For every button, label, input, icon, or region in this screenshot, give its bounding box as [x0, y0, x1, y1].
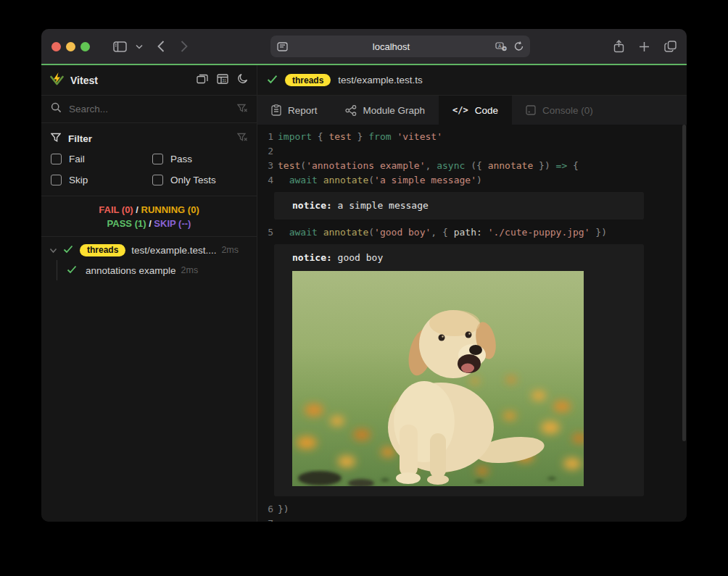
browser-toolbar: localhost A ✦	[41, 29, 687, 64]
chevron-down-icon[interactable]	[49, 243, 57, 256]
tab-code[interactable]: </> Code	[439, 96, 512, 125]
code-token: 'good boy'	[374, 227, 431, 238]
code-token: 'vitest'	[397, 131, 442, 142]
code-token: })	[590, 227, 607, 238]
translate-icon[interactable]: A ✦	[495, 42, 508, 51]
dark-mode-toggle-moon-icon[interactable]	[237, 73, 248, 87]
code-scrollbar[interactable]	[682, 125, 686, 441]
browser-window: localhost A ✦	[41, 29, 687, 522]
tab-label: Module Graph	[363, 105, 426, 116]
tab-overview-icon[interactable]	[664, 41, 677, 52]
code-token: './cute-puppy.jpg'	[488, 227, 590, 238]
indent-guide	[57, 260, 57, 280]
test-file-duration: 2ms	[221, 245, 239, 255]
line-number: 4	[257, 173, 273, 188]
code-token	[318, 175, 323, 185]
pass-count: PASS (1)	[107, 218, 146, 229]
address-bar[interactable]: localhost A ✦	[270, 36, 530, 57]
share-icon[interactable]	[613, 40, 624, 53]
svg-text:✦: ✦	[502, 46, 506, 51]
code-token: })	[278, 504, 289, 514]
minimize-window-button[interactable]	[66, 42, 75, 51]
checkbox[interactable]	[51, 175, 62, 185]
notice-message: a simple message	[332, 200, 429, 211]
code-line: 6})	[257, 502, 687, 517]
code-token: import	[278, 131, 312, 142]
new-tab-icon[interactable]	[639, 41, 650, 52]
checkbox[interactable]	[152, 175, 163, 185]
forward-button[interactable]	[181, 41, 188, 52]
filter-checkbox-fail[interactable]: Fail	[51, 154, 152, 164]
search-box[interactable]: Search...	[41, 96, 257, 123]
skip-count: SKIP (--)	[154, 218, 191, 229]
sidebar-toggle-icon[interactable]	[113, 41, 127, 52]
code-token: ({	[465, 160, 487, 171]
test-file-name: test/example.test....	[131, 245, 216, 256]
code-token: 'annotations example'	[306, 160, 425, 171]
filter-checkbox-only-tests[interactable]: Only Tests	[152, 175, 247, 185]
filter-section: Filter Fail Pass	[41, 123, 257, 196]
notice-label: notice:	[292, 252, 332, 263]
search-input[interactable]: Search...	[69, 104, 237, 114]
code-token: async	[437, 160, 465, 171]
checkbox[interactable]	[152, 154, 163, 164]
test-file-row[interactable]: threads test/example.test.... 2ms	[41, 240, 257, 260]
code-token: test	[328, 131, 351, 142]
test-case-name: annotations example	[86, 265, 176, 276]
test-case-row[interactable]: annotations example 2ms	[41, 260, 257, 280]
tab-console[interactable]: Console (0)	[512, 96, 607, 125]
reload-icon[interactable]	[514, 41, 524, 51]
url-text[interactable]: localhost	[288, 41, 495, 52]
back-button[interactable]	[157, 41, 165, 52]
code-token: test	[278, 160, 300, 171]
filter-title: Filter	[68, 133, 237, 144]
tab-module-graph[interactable]: Module Graph	[331, 96, 439, 125]
code-token: {	[567, 160, 579, 171]
code-token	[482, 227, 488, 238]
clear-search-filter-icon[interactable]	[237, 103, 247, 116]
code-token: await	[289, 175, 318, 185]
chevron-down-icon[interactable]	[136, 44, 143, 49]
test-tree: threads test/example.test.... 2ms annota…	[41, 237, 257, 280]
code-token: annotate	[323, 227, 369, 238]
clear-filters-icon[interactable]	[237, 132, 247, 145]
window-controls	[51, 42, 90, 51]
tab-report[interactable]: Report	[257, 96, 331, 125]
checkbox[interactable]	[51, 154, 62, 164]
code-token: annotate	[323, 175, 369, 185]
zoom-window-button[interactable]	[80, 42, 90, 51]
code-text: })	[278, 502, 289, 517]
search-icon	[51, 102, 62, 116]
dashboard-icon[interactable]: 31	[217, 74, 228, 87]
fail-count: FAIL (0)	[99, 204, 133, 215]
funnel-icon	[51, 132, 61, 145]
close-window-button[interactable]	[51, 42, 61, 51]
line-number: 3	[257, 159, 273, 173]
reader-icon[interactable]	[277, 42, 288, 51]
line-number: 2	[257, 144, 273, 159]
tab-label: Console (0)	[542, 105, 593, 116]
annotation-notice-1: notice: a simple message	[274, 192, 644, 220]
panels-icon[interactable]	[197, 74, 208, 87]
code-text: test('annotations example', async ({ ann…	[278, 159, 579, 173]
code-token: , {	[431, 227, 453, 238]
filter-checkbox-pass[interactable]: Pass	[152, 154, 247, 164]
code-line: 2	[257, 144, 687, 159]
running-count: RUNNING (0)	[141, 204, 199, 215]
code-token: 'a simple message'	[374, 175, 476, 185]
test-status-summary: FAIL (0) / RUNNING (0) PASS (1) / SKIP (…	[41, 196, 257, 237]
code-text: await annotate('a simple message')	[278, 173, 482, 188]
code-token: {	[312, 131, 328, 142]
code-viewer[interactable]: 1import { test } from 'vitest' 2 3test('…	[257, 125, 687, 522]
line-number: 7	[257, 517, 273, 522]
checkbox-label: Pass	[170, 154, 192, 164]
check-icon	[267, 74, 278, 87]
line-number: 1	[257, 130, 273, 144]
code-line: 3test('annotations example', async ({ an…	[257, 159, 687, 173]
tab-label: Report	[288, 105, 318, 116]
file-header: threads test/example.test.ts	[257, 65, 687, 96]
code-token: path:	[454, 227, 482, 238]
filter-checkbox-skip[interactable]: Skip	[51, 175, 152, 185]
code-token	[278, 175, 289, 185]
code-token: })	[533, 160, 555, 171]
